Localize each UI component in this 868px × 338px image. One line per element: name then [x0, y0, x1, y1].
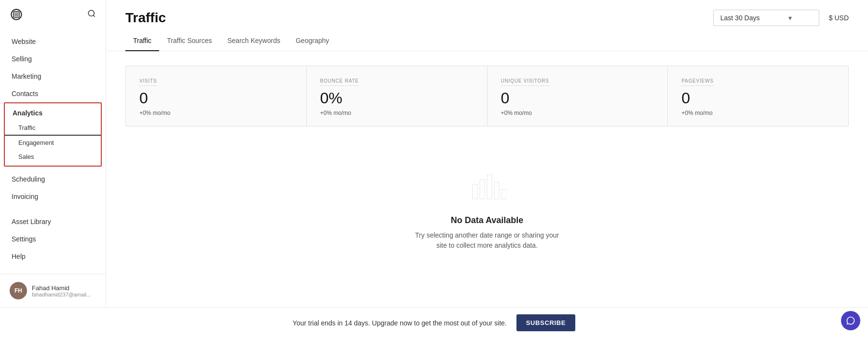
date-range-selector[interactable]: Last 30 Days ▾	[713, 10, 819, 26]
page-title: Traffic	[125, 10, 166, 26]
avatar: FH	[10, 282, 27, 299]
no-data-description: Try selecting another date range or shar…	[410, 230, 564, 251]
stat-pageviews-value: 0	[681, 90, 835, 107]
user-details: Fahad Hamid fahadhamid237@amail...	[32, 284, 91, 297]
squarespace-logo[interactable]	[10, 8, 23, 21]
svg-rect-4	[487, 175, 492, 199]
stat-bounce-rate-label: BOUNCE RATE	[320, 78, 359, 86]
subscribe-button[interactable]: SUBSCRIBE	[516, 314, 575, 331]
no-data-title: No Data Available	[451, 215, 524, 225]
stat-pageviews-label: PAGEVIEWS	[681, 78, 713, 86]
content-tabs: Traffic Traffic Sources Search Keywords …	[106, 31, 868, 51]
stat-pageviews-change: +0% mo/mo	[681, 110, 835, 116]
chat-bubble[interactable]	[841, 311, 860, 330]
tab-geography[interactable]: Geography	[288, 31, 337, 51]
stat-bounce-rate-change: +0% mo/mo	[320, 110, 474, 116]
currency-label: $ USD	[829, 14, 849, 22]
analytics-section: Analytics Traffic Engagement Sales	[4, 102, 102, 167]
sidebar-item-engagement[interactable]: Engagement	[5, 136, 101, 150]
svg-rect-3	[480, 180, 485, 199]
stat-unique-visitors-label: UNIQUE VISITORS	[501, 78, 549, 86]
user-email: fahadhamid237@amail...	[32, 292, 91, 297]
user-info[interactable]: FH Fahad Hamid fahadhamid237@amail...	[10, 282, 96, 299]
header-right: Last 30 Days ▾ $ USD	[713, 10, 849, 26]
content-body: VISITS 0 +0% mo/mo BOUNCE RATE 0% +0% mo…	[106, 51, 868, 307]
tab-traffic-sources[interactable]: Traffic Sources	[159, 31, 219, 51]
stat-visits-change: +0% mo/mo	[139, 110, 293, 116]
bar-chart-icon	[468, 170, 506, 206]
sidebar-item-website[interactable]: Website	[0, 33, 106, 50]
trial-bar: Your trial ends in 14 days. Upgrade now …	[0, 307, 868, 338]
date-range-label: Last 30 Days	[720, 14, 760, 22]
stat-unique-visitors-value: 0	[501, 90, 654, 107]
sidebar-item-sales[interactable]: Sales	[5, 150, 101, 164]
stat-unique-visitors: UNIQUE VISITORS 0 +0% mo/mo	[488, 66, 668, 126]
tab-search-keywords[interactable]: Search Keywords	[220, 31, 288, 51]
sidebar-footer: FH Fahad Hamid fahadhamid237@amail...	[0, 274, 106, 307]
sidebar-nav: Website Selling Marketing Contacts Analy…	[0, 29, 106, 274]
sidebar-item-asset-library[interactable]: Asset Library	[0, 213, 106, 230]
sidebar-item-traffic[interactable]: Traffic	[5, 121, 101, 136]
sidebar-item-contacts[interactable]: Contacts	[0, 85, 106, 102]
svg-point-1	[88, 10, 94, 16]
search-icon[interactable]	[87, 9, 96, 20]
sidebar-item-analytics[interactable]: Analytics	[5, 105, 101, 121]
stat-bounce-rate-value: 0%	[320, 90, 474, 107]
stats-bar: VISITS 0 +0% mo/mo BOUNCE RATE 0% +0% mo…	[125, 66, 849, 127]
svg-rect-2	[473, 184, 477, 199]
svg-rect-5	[494, 182, 499, 199]
trial-message: Your trial ends in 14 days. Upgrade now …	[293, 319, 507, 327]
sidebar-item-marketing[interactable]: Marketing	[0, 68, 106, 85]
stat-visits-value: 0	[139, 90, 293, 107]
sidebar-item-invoicing[interactable]: Invoicing	[0, 188, 106, 205]
stat-pageviews: PAGEVIEWS 0 +0% mo/mo	[668, 66, 848, 126]
sidebar-item-scheduling[interactable]: Scheduling	[0, 170, 106, 188]
sidebar-item-selling[interactable]: Selling	[0, 50, 106, 68]
tab-traffic[interactable]: Traffic	[125, 31, 159, 51]
stat-unique-visitors-change: +0% mo/mo	[501, 110, 654, 116]
chevron-down-icon: ▾	[788, 14, 792, 22]
sidebar-item-settings[interactable]: Settings	[0, 230, 106, 248]
content-header: Traffic Last 30 Days ▾ $ USD	[106, 0, 868, 31]
svg-rect-6	[502, 189, 506, 199]
main-content: Traffic Last 30 Days ▾ $ USD Traffic Tra…	[106, 0, 868, 307]
sidebar-item-help[interactable]: Help	[0, 248, 106, 265]
stat-visits: VISITS 0 +0% mo/mo	[126, 66, 307, 126]
sidebar-header	[0, 0, 106, 29]
no-data-area: No Data Available Try selecting another …	[125, 141, 849, 280]
stat-visits-label: VISITS	[139, 78, 157, 86]
sidebar: Website Selling Marketing Contacts Analy…	[0, 0, 106, 307]
user-name: Fahad Hamid	[32, 284, 91, 292]
stat-bounce-rate: BOUNCE RATE 0% +0% mo/mo	[307, 66, 488, 126]
